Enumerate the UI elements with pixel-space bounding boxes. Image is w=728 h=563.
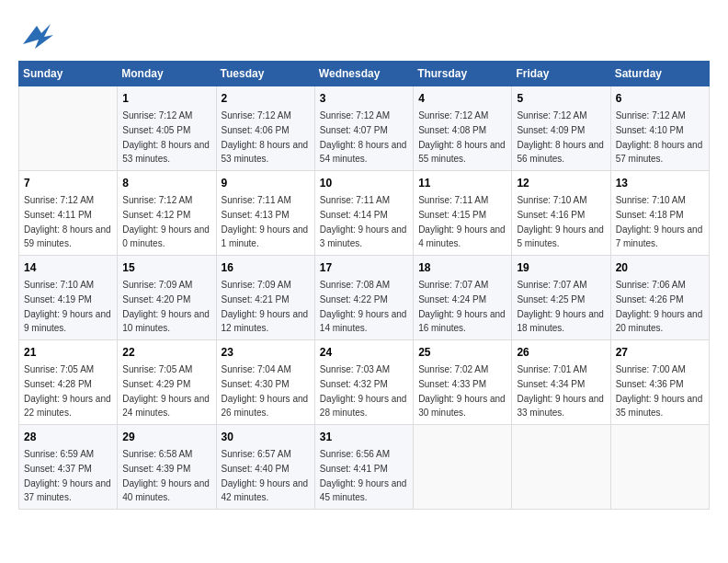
- calendar-cell: 30Sunrise: 6:57 AMSunset: 4:40 PMDayligh…: [216, 425, 314, 510]
- page-header: [18, 17, 710, 50]
- cell-details: Sunrise: 7:10 AMSunset: 4:19 PMDaylight:…: [24, 280, 111, 333]
- day-number: 5: [517, 90, 605, 107]
- col-header-tuesday: Tuesday: [216, 62, 314, 86]
- calendar-cell: 31Sunrise: 6:56 AMSunset: 4:41 PMDayligh…: [314, 425, 413, 510]
- day-number: 11: [418, 175, 506, 191]
- calendar-cell: 14Sunrise: 7:10 AMSunset: 4:19 PMDayligh…: [19, 256, 118, 340]
- day-number: 24: [320, 344, 408, 361]
- cell-details: Sunrise: 7:09 AMSunset: 4:20 PMDaylight:…: [122, 280, 210, 333]
- calendar-cell: 15Sunrise: 7:09 AMSunset: 4:20 PMDayligh…: [118, 256, 216, 340]
- day-number: 17: [320, 259, 408, 276]
- cell-details: Sunrise: 7:03 AMSunset: 4:32 PMDaylight:…: [320, 364, 407, 418]
- day-number: 28: [24, 429, 112, 445]
- calendar-cell: 8Sunrise: 7:12 AMSunset: 4:12 PMDaylight…: [118, 171, 216, 256]
- day-number: 1: [122, 90, 210, 107]
- cell-details: Sunrise: 7:12 AMSunset: 4:12 PMDaylight:…: [122, 195, 210, 248]
- day-number: 12: [517, 175, 605, 191]
- day-number: 22: [122, 344, 210, 361]
- cell-details: Sunrise: 7:10 AMSunset: 4:16 PMDaylight:…: [517, 195, 604, 248]
- day-number: 19: [517, 259, 605, 276]
- calendar-cell: 27Sunrise: 7:00 AMSunset: 4:36 PMDayligh…: [610, 340, 709, 425]
- day-number: 16: [222, 259, 310, 276]
- calendar-week-1: 1Sunrise: 7:12 AMSunset: 4:05 PMDaylight…: [19, 86, 710, 171]
- cell-details: Sunrise: 7:11 AMSunset: 4:13 PMDaylight:…: [222, 195, 309, 248]
- calendar-cell: [512, 425, 610, 510]
- calendar-cell: 26Sunrise: 7:01 AMSunset: 4:34 PMDayligh…: [512, 340, 610, 425]
- cell-details: Sunrise: 7:12 AMSunset: 4:09 PMDaylight:…: [517, 110, 604, 164]
- calendar-cell: 23Sunrise: 7:04 AMSunset: 4:30 PMDayligh…: [216, 340, 314, 425]
- day-number: 9: [222, 175, 310, 191]
- day-number: 3: [320, 90, 408, 107]
- calendar-week-2: 7Sunrise: 7:12 AMSunset: 4:11 PMDaylight…: [19, 171, 710, 256]
- day-number: 21: [24, 344, 112, 361]
- day-number: 27: [616, 344, 704, 361]
- logo-icon: [18, 17, 51, 50]
- day-number: 20: [616, 259, 704, 276]
- cell-details: Sunrise: 7:09 AMSunset: 4:21 PMDaylight:…: [222, 280, 309, 333]
- calendar-table: SundayMondayTuesdayWednesdayThursdayFrid…: [18, 61, 710, 510]
- calendar-cell: 12Sunrise: 7:10 AMSunset: 4:16 PMDayligh…: [512, 171, 610, 256]
- cell-details: Sunrise: 7:00 AMSunset: 4:36 PMDaylight:…: [616, 364, 703, 418]
- day-number: 8: [122, 175, 210, 191]
- cell-details: Sunrise: 7:01 AMSunset: 4:34 PMDaylight:…: [517, 364, 604, 418]
- day-number: 31: [320, 429, 408, 445]
- day-number: 6: [616, 90, 704, 107]
- cell-details: Sunrise: 7:04 AMSunset: 4:30 PMDaylight:…: [222, 364, 309, 418]
- day-number: 4: [418, 90, 506, 107]
- cell-details: Sunrise: 7:10 AMSunset: 4:18 PMDaylight:…: [616, 195, 703, 248]
- day-number: 13: [616, 175, 704, 191]
- calendar-cell: 28Sunrise: 6:59 AMSunset: 4:37 PMDayligh…: [19, 425, 118, 510]
- cell-details: Sunrise: 6:57 AMSunset: 4:40 PMDaylight:…: [222, 449, 309, 502]
- calendar-cell: 20Sunrise: 7:06 AMSunset: 4:26 PMDayligh…: [610, 256, 709, 340]
- day-number: 14: [24, 259, 112, 276]
- calendar-cell: 21Sunrise: 7:05 AMSunset: 4:28 PMDayligh…: [19, 340, 118, 425]
- calendar-cell: 3Sunrise: 7:12 AMSunset: 4:07 PMDaylight…: [314, 86, 413, 171]
- calendar-cell: 18Sunrise: 7:07 AMSunset: 4:24 PMDayligh…: [414, 256, 512, 340]
- cell-details: Sunrise: 6:56 AMSunset: 4:41 PMDaylight:…: [320, 449, 407, 502]
- calendar-cell: 16Sunrise: 7:09 AMSunset: 4:21 PMDayligh…: [216, 256, 314, 340]
- calendar-week-5: 28Sunrise: 6:59 AMSunset: 4:37 PMDayligh…: [19, 425, 710, 510]
- calendar-cell: 17Sunrise: 7:08 AMSunset: 4:22 PMDayligh…: [314, 256, 413, 340]
- calendar-cell: 2Sunrise: 7:12 AMSunset: 4:06 PMDaylight…: [216, 86, 314, 171]
- cell-details: Sunrise: 7:12 AMSunset: 4:05 PMDaylight:…: [122, 110, 210, 164]
- cell-details: Sunrise: 7:06 AMSunset: 4:26 PMDaylight:…: [616, 280, 703, 333]
- calendar-cell: 11Sunrise: 7:11 AMSunset: 4:15 PMDayligh…: [414, 171, 512, 256]
- col-header-friday: Friday: [512, 62, 610, 86]
- calendar-cell: [19, 86, 118, 171]
- logo: [18, 17, 55, 50]
- col-header-monday: Monday: [118, 62, 216, 86]
- calendar-cell: 4Sunrise: 7:12 AMSunset: 4:08 PMDaylight…: [414, 86, 512, 171]
- cell-details: Sunrise: 7:11 AMSunset: 4:15 PMDaylight:…: [418, 195, 506, 248]
- cell-details: Sunrise: 7:12 AMSunset: 4:08 PMDaylight:…: [418, 110, 506, 164]
- cell-details: Sunrise: 7:11 AMSunset: 4:14 PMDaylight:…: [320, 195, 407, 248]
- day-number: 29: [122, 429, 210, 445]
- calendar-week-3: 14Sunrise: 7:10 AMSunset: 4:19 PMDayligh…: [19, 256, 710, 340]
- calendar-cell: 22Sunrise: 7:05 AMSunset: 4:29 PMDayligh…: [118, 340, 216, 425]
- svg-marker-0: [23, 24, 53, 49]
- calendar-cell: [610, 425, 709, 510]
- col-header-saturday: Saturday: [610, 62, 709, 86]
- calendar-cell: 29Sunrise: 6:58 AMSunset: 4:39 PMDayligh…: [118, 425, 216, 510]
- cell-details: Sunrise: 7:02 AMSunset: 4:33 PMDaylight:…: [418, 364, 506, 418]
- day-number: 26: [517, 344, 605, 361]
- cell-details: Sunrise: 7:08 AMSunset: 4:22 PMDaylight:…: [320, 280, 407, 333]
- page-container: SundayMondayTuesdayWednesdayThursdayFrid…: [0, 0, 728, 519]
- calendar-cell: 19Sunrise: 7:07 AMSunset: 4:25 PMDayligh…: [512, 256, 610, 340]
- calendar-cell: [414, 425, 512, 510]
- calendar-cell: 10Sunrise: 7:11 AMSunset: 4:14 PMDayligh…: [314, 171, 413, 256]
- calendar-cell: 24Sunrise: 7:03 AMSunset: 4:32 PMDayligh…: [314, 340, 413, 425]
- day-number: 15: [122, 259, 210, 276]
- calendar-cell: 13Sunrise: 7:10 AMSunset: 4:18 PMDayligh…: [610, 171, 709, 256]
- calendar-cell: 25Sunrise: 7:02 AMSunset: 4:33 PMDayligh…: [414, 340, 512, 425]
- calendar-header-row: SundayMondayTuesdayWednesdayThursdayFrid…: [19, 62, 710, 86]
- col-header-sunday: Sunday: [19, 62, 118, 86]
- calendar-week-4: 21Sunrise: 7:05 AMSunset: 4:28 PMDayligh…: [19, 340, 710, 425]
- day-number: 18: [418, 259, 506, 276]
- cell-details: Sunrise: 6:59 AMSunset: 4:37 PMDaylight:…: [24, 449, 111, 502]
- cell-details: Sunrise: 6:58 AMSunset: 4:39 PMDaylight:…: [122, 449, 210, 502]
- cell-details: Sunrise: 7:12 AMSunset: 4:10 PMDaylight:…: [616, 110, 703, 164]
- cell-details: Sunrise: 7:12 AMSunset: 4:07 PMDaylight:…: [320, 110, 407, 164]
- day-number: 23: [222, 344, 310, 361]
- calendar-cell: 7Sunrise: 7:12 AMSunset: 4:11 PMDaylight…: [19, 171, 118, 256]
- cell-details: Sunrise: 7:05 AMSunset: 4:28 PMDaylight:…: [24, 364, 111, 418]
